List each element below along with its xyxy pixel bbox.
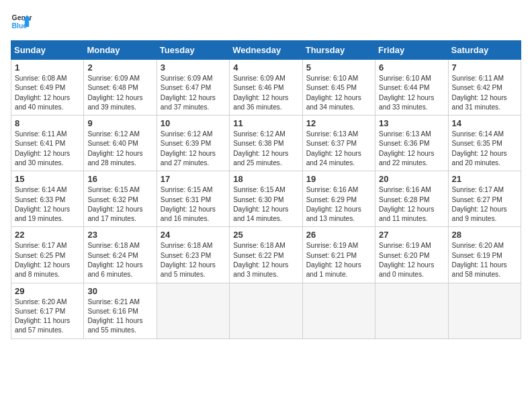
calendar-cell (375, 283, 448, 338)
day-info: Sunrise: 6:17 AMSunset: 6:25 PMDaylight:… (15, 241, 80, 279)
day-number: 2 (87, 62, 152, 73)
calendar-cell: 18Sunrise: 6:15 AMSunset: 6:30 PMDayligh… (230, 171, 302, 227)
logo: General Blue (11, 11, 32, 32)
calendar-cell: 10Sunrise: 6:12 AMSunset: 6:39 PMDayligh… (157, 116, 229, 171)
calendar-cell: 16Sunrise: 6:15 AMSunset: 6:32 PMDayligh… (84, 171, 157, 227)
day-info: Sunrise: 6:12 AMSunset: 6:40 PMDaylight:… (87, 130, 152, 168)
calendar-cell: 5Sunrise: 6:10 AMSunset: 6:45 PMDaylight… (302, 60, 375, 116)
day-header-wednesday: Wednesday (230, 41, 302, 60)
calendar-cell: 17Sunrise: 6:15 AMSunset: 6:31 PMDayligh… (157, 171, 229, 227)
day-info: Sunrise: 6:18 AMSunset: 6:24 PMDaylight:… (87, 241, 152, 279)
day-number: 5 (306, 62, 371, 73)
day-info: Sunrise: 6:13 AMSunset: 6:36 PMDaylight:… (379, 130, 444, 168)
day-number: 10 (161, 118, 226, 128)
calendar-cell: 6Sunrise: 6:10 AMSunset: 6:44 PMDaylight… (375, 60, 448, 116)
calendar-cell: 24Sunrise: 6:18 AMSunset: 6:23 PMDayligh… (157, 227, 229, 283)
calendar-week-0: 1Sunrise: 6:08 AMSunset: 6:49 PMDaylight… (11, 60, 521, 116)
calendar-cell: 28Sunrise: 6:20 AMSunset: 6:19 PMDayligh… (448, 227, 521, 283)
day-header-friday: Friday (375, 41, 448, 60)
day-number: 18 (233, 174, 298, 184)
calendar-cell: 19Sunrise: 6:16 AMSunset: 6:29 PMDayligh… (302, 171, 375, 227)
day-number: 9 (87, 118, 152, 128)
day-number: 26 (306, 230, 371, 240)
day-header-sunday: Sunday (11, 41, 84, 60)
day-number: 1 (15, 62, 80, 73)
day-number: 6 (379, 62, 444, 73)
day-info: Sunrise: 6:19 AMSunset: 6:21 PMDaylight:… (306, 241, 371, 279)
day-number: 8 (15, 118, 80, 128)
calendar-cell: 29Sunrise: 6:20 AMSunset: 6:17 PMDayligh… (11, 283, 84, 338)
calendar-cell: 20Sunrise: 6:16 AMSunset: 6:28 PMDayligh… (375, 171, 448, 227)
calendar-cell: 21Sunrise: 6:17 AMSunset: 6:27 PMDayligh… (448, 171, 521, 227)
calendar-cell: 22Sunrise: 6:17 AMSunset: 6:25 PMDayligh… (11, 227, 84, 283)
day-info: Sunrise: 6:18 AMSunset: 6:23 PMDaylight:… (161, 241, 226, 279)
calendar-cell: 12Sunrise: 6:13 AMSunset: 6:37 PMDayligh… (302, 116, 375, 171)
calendar-week-4: 29Sunrise: 6:20 AMSunset: 6:17 PMDayligh… (11, 283, 521, 338)
calendar-cell: 30Sunrise: 6:21 AMSunset: 6:16 PMDayligh… (84, 283, 157, 338)
day-info: Sunrise: 6:15 AMSunset: 6:31 PMDaylight:… (161, 185, 226, 224)
day-info: Sunrise: 6:20 AMSunset: 6:19 PMDaylight:… (452, 241, 517, 279)
day-number: 29 (15, 286, 80, 296)
day-info: Sunrise: 6:17 AMSunset: 6:27 PMDaylight:… (452, 185, 517, 224)
calendar-cell: 7Sunrise: 6:11 AMSunset: 6:42 PMDaylight… (448, 60, 521, 116)
day-number: 13 (379, 118, 444, 128)
day-number: 22 (15, 230, 80, 240)
day-info: Sunrise: 6:08 AMSunset: 6:49 PMDaylight:… (15, 74, 80, 112)
logo-icon: General Blue (11, 11, 32, 32)
calendar-cell: 4Sunrise: 6:09 AMSunset: 6:46 PMDaylight… (230, 60, 302, 116)
calendar-cell: 1Sunrise: 6:08 AMSunset: 6:49 PMDaylight… (11, 60, 84, 116)
day-number: 16 (87, 174, 152, 184)
day-info: Sunrise: 6:16 AMSunset: 6:29 PMDaylight:… (306, 185, 371, 224)
day-number: 19 (306, 174, 371, 184)
day-header-tuesday: Tuesday (157, 41, 229, 60)
day-number: 20 (379, 174, 444, 184)
calendar-week-3: 22Sunrise: 6:17 AMSunset: 6:25 PMDayligh… (11, 227, 521, 283)
day-number: 17 (161, 174, 226, 184)
day-number: 30 (87, 286, 152, 296)
calendar-cell (302, 283, 375, 338)
day-number: 7 (452, 62, 517, 73)
calendar-cell: 8Sunrise: 6:11 AMSunset: 6:41 PMDaylight… (11, 116, 84, 171)
day-number: 21 (452, 174, 517, 184)
day-number: 4 (233, 62, 298, 73)
day-number: 25 (233, 230, 298, 240)
day-info: Sunrise: 6:10 AMSunset: 6:44 PMDaylight:… (379, 74, 444, 112)
day-info: Sunrise: 6:12 AMSunset: 6:39 PMDaylight:… (161, 130, 226, 168)
day-info: Sunrise: 6:14 AMSunset: 6:33 PMDaylight:… (15, 185, 80, 224)
calendar-cell: 14Sunrise: 6:14 AMSunset: 6:35 PMDayligh… (448, 116, 521, 171)
day-info: Sunrise: 6:09 AMSunset: 6:47 PMDaylight:… (161, 74, 226, 112)
calendar-cell: 26Sunrise: 6:19 AMSunset: 6:21 PMDayligh… (302, 227, 375, 283)
day-number: 23 (87, 230, 152, 240)
calendar-header-row: SundayMondayTuesdayWednesdayThursdayFrid… (11, 41, 521, 60)
day-info: Sunrise: 6:15 AMSunset: 6:30 PMDaylight:… (233, 185, 298, 224)
day-number: 27 (379, 230, 444, 240)
calendar-cell: 2Sunrise: 6:09 AMSunset: 6:48 PMDaylight… (84, 60, 157, 116)
calendar-cell: 23Sunrise: 6:18 AMSunset: 6:24 PMDayligh… (84, 227, 157, 283)
day-info: Sunrise: 6:09 AMSunset: 6:48 PMDaylight:… (87, 74, 152, 112)
calendar-cell: 25Sunrise: 6:18 AMSunset: 6:22 PMDayligh… (230, 227, 302, 283)
calendar-cell (157, 283, 229, 338)
day-number: 11 (233, 118, 298, 128)
day-number: 15 (15, 174, 80, 184)
calendar-cell (230, 283, 302, 338)
day-info: Sunrise: 6:09 AMSunset: 6:46 PMDaylight:… (233, 74, 298, 112)
calendar-cell: 13Sunrise: 6:13 AMSunset: 6:36 PMDayligh… (375, 116, 448, 171)
day-info: Sunrise: 6:16 AMSunset: 6:28 PMDaylight:… (379, 185, 444, 224)
day-info: Sunrise: 6:18 AMSunset: 6:22 PMDaylight:… (233, 241, 298, 279)
day-info: Sunrise: 6:12 AMSunset: 6:38 PMDaylight:… (233, 130, 298, 168)
day-number: 24 (161, 230, 226, 240)
day-info: Sunrise: 6:11 AMSunset: 6:42 PMDaylight:… (452, 74, 517, 112)
day-number: 3 (161, 62, 226, 73)
calendar-cell: 11Sunrise: 6:12 AMSunset: 6:38 PMDayligh… (230, 116, 302, 171)
calendar-table: SundayMondayTuesdayWednesdayThursdayFrid… (11, 40, 521, 339)
day-header-thursday: Thursday (302, 41, 375, 60)
day-info: Sunrise: 6:19 AMSunset: 6:20 PMDaylight:… (379, 241, 444, 279)
calendar-cell (448, 283, 521, 338)
day-info: Sunrise: 6:11 AMSunset: 6:41 PMDaylight:… (15, 130, 80, 168)
calendar-cell: 9Sunrise: 6:12 AMSunset: 6:40 PMDaylight… (84, 116, 157, 171)
day-number: 28 (452, 230, 517, 240)
calendar-cell: 27Sunrise: 6:19 AMSunset: 6:20 PMDayligh… (375, 227, 448, 283)
day-header-saturday: Saturday (448, 41, 521, 60)
day-info: Sunrise: 6:10 AMSunset: 6:45 PMDaylight:… (306, 74, 371, 112)
day-number: 14 (452, 118, 517, 128)
